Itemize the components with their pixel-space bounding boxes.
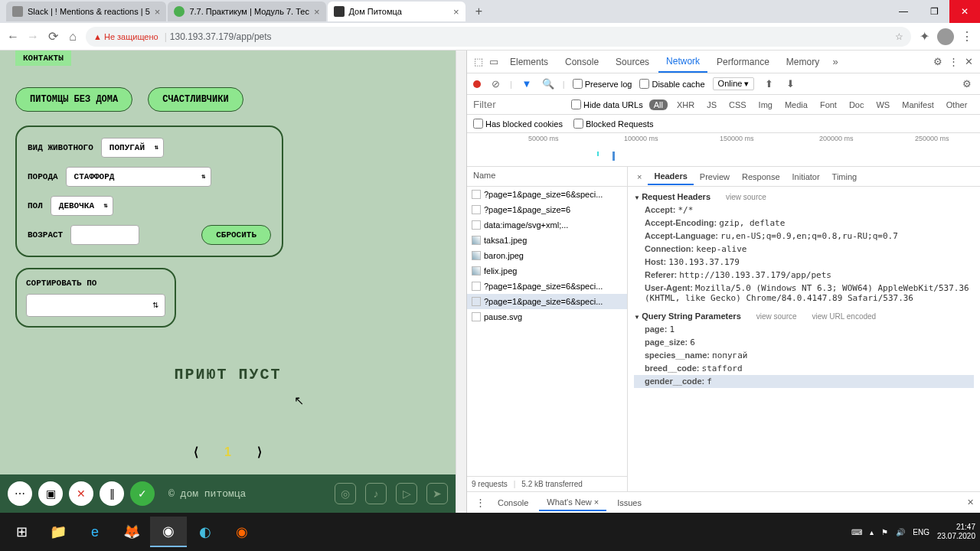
blocked-requests-checkbox[interactable]: Blocked Requests	[573, 119, 654, 129]
detail-tab-timing[interactable]: Timing	[826, 169, 864, 184]
firefox-icon[interactable]: 🦊	[113, 517, 150, 547]
gear-icon[interactable]: ⚙	[960, 78, 974, 90]
rec-pause-icon[interactable]: ‖	[100, 481, 124, 506]
hide-urls-checkbox[interactable]: Hide data URLs	[571, 99, 643, 109]
filter-input[interactable]	[473, 99, 565, 110]
back-button[interactable]: ←	[6, 30, 20, 44]
telegram-icon[interactable]: ➤	[426, 483, 448, 504]
request-row[interactable]: pause.svg	[467, 309, 627, 324]
search-icon[interactable]: 🔍	[541, 78, 555, 90]
detail-tab-response[interactable]: Response	[736, 169, 786, 184]
column-name[interactable]: Name	[467, 167, 627, 187]
tab-network[interactable]: Network	[658, 51, 707, 73]
keyboard-icon[interactable]: ⌨	[851, 528, 862, 536]
close-icon[interactable]: ×	[449, 6, 459, 18]
volume-icon[interactable]: 🔊	[896, 528, 905, 536]
filter-xhr[interactable]: XHR	[674, 99, 697, 110]
tab-memory[interactable]: Memory	[779, 52, 827, 72]
homeless-pets-button[interactable]: ПИТОМЦЫ БЕЗ ДОМА	[15, 87, 132, 112]
drawer-issues[interactable]: Issues	[609, 495, 649, 510]
explorer-icon[interactable]: 📁	[40, 517, 77, 547]
filter-doc[interactable]: Doc	[846, 99, 867, 110]
filter-manifest[interactable]: Manifest	[899, 99, 937, 110]
age-input[interactable]	[70, 225, 139, 245]
filter-ws[interactable]: WS	[873, 99, 893, 110]
system-tray[interactable]: ⌨ ▴ ⚑ 🔊 ENG 21:4723.07.2020	[851, 523, 975, 541]
upload-icon[interactable]: ⬆	[762, 78, 776, 90]
section-query-params[interactable]: Query String Parametersview sourceview U…	[634, 309, 974, 323]
tab-performance[interactable]: Performance	[709, 52, 777, 72]
close-detail-icon[interactable]: ×	[631, 172, 648, 181]
throttle-select[interactable]: Online ▾	[713, 77, 755, 90]
browser-tab[interactable]: Slack | ! Mentions & reactions | 5×	[6, 2, 166, 21]
rec-camera-icon[interactable]: ▣	[38, 481, 63, 506]
tray-up-icon[interactable]: ▴	[870, 528, 874, 536]
detail-tab-preview[interactable]: Preview	[694, 169, 736, 184]
extensions-icon[interactable]: ✦	[917, 30, 931, 44]
more-tabs-icon[interactable]: »	[828, 56, 842, 67]
filter-other[interactable]: Other	[943, 99, 971, 110]
filter-font[interactable]: Font	[817, 99, 840, 110]
tab-sources[interactable]: Sources	[608, 52, 657, 72]
profile-icon[interactable]	[937, 28, 954, 45]
disable-cache-checkbox[interactable]: Disable cache	[639, 79, 704, 89]
detail-tab-headers[interactable]: Headers	[648, 168, 693, 185]
filter-all[interactable]: All	[649, 99, 668, 110]
ie-icon[interactable]: e	[77, 517, 113, 547]
app-icon[interactable]: ◐	[187, 517, 224, 547]
chrome-icon[interactable]: ◉	[150, 517, 187, 547]
drawer-menu-icon[interactable]: ⋮	[473, 497, 487, 508]
close-icon[interactable]: ×	[150, 6, 161, 18]
request-row[interactable]: felix.jpeg	[467, 263, 627, 279]
tab-console[interactable]: Console	[557, 52, 606, 72]
drawer-close-icon[interactable]: ✕	[967, 497, 974, 507]
contacts-button[interactable]: КОНТАКТЫ	[15, 51, 71, 66]
clear-icon[interactable]: ⊘	[488, 78, 502, 90]
start-button[interactable]: ⊞	[3, 517, 40, 547]
filter-css[interactable]: CSS	[726, 99, 750, 110]
reset-button[interactable]: СБРОСИТЬ	[201, 225, 271, 245]
sort-select[interactable]	[26, 294, 165, 317]
postman-icon[interactable]: ◉	[224, 517, 260, 547]
request-row-selected[interactable]: ?page=1&page_size=6&speci...	[467, 294, 627, 309]
url-input[interactable]: ▲ Не защищено | 130.193.37.179/app/pets …	[86, 27, 911, 47]
download-icon[interactable]: ⬇	[783, 78, 797, 90]
menu-icon[interactable]: ⋮	[960, 30, 974, 44]
lang-indicator[interactable]: ENG	[913, 528, 929, 536]
device-icon[interactable]: ▭	[487, 56, 501, 67]
minimize-button[interactable]: —	[888, 0, 919, 23]
kebab-icon[interactable]: ⋮	[946, 56, 960, 67]
filter-js[interactable]: JS	[704, 99, 720, 110]
youtube-icon[interactable]: ▷	[396, 483, 417, 504]
browser-tab-active[interactable]: Дом Питомца×	[328, 2, 466, 21]
gender-select[interactable]: ДЕВОЧКА	[51, 196, 113, 216]
settings-icon[interactable]: ⚙	[931, 56, 945, 67]
forward-button[interactable]: →	[26, 30, 40, 44]
request-row[interactable]: ?page=1&page_size=6&speci...	[467, 279, 627, 294]
close-window-button[interactable]: ✕	[949, 0, 980, 23]
tab-elements[interactable]: Elements	[502, 52, 556, 72]
drawer-whatsnew[interactable]: What's New ×	[539, 494, 606, 511]
rec-more-icon[interactable]: ⋯	[8, 481, 32, 506]
request-row[interactable]: data:image/svg+xml;...	[467, 217, 627, 233]
browser-tab[interactable]: 7.7. Практикум | Модуль 7. Тес×	[168, 2, 325, 21]
filter-icon[interactable]: ▼	[520, 78, 534, 90]
tiktok-icon[interactable]: ♪	[365, 483, 387, 504]
detail-tab-initiator[interactable]: Initiator	[786, 169, 826, 184]
inspect-icon[interactable]: ⬚	[472, 56, 485, 67]
breed-select[interactable]: СТАФФОРД	[66, 167, 211, 187]
home-button[interactable]: ⌂	[66, 30, 80, 44]
page-scrollbar[interactable]	[456, 51, 466, 513]
close-icon[interactable]: ×	[309, 6, 320, 18]
filter-img[interactable]: Img	[756, 99, 776, 110]
clock[interactable]: 21:4723.07.2020	[937, 523, 975, 541]
drawer-console[interactable]: Console	[490, 495, 536, 510]
rec-cancel-icon[interactable]: ✕	[69, 481, 93, 506]
species-select[interactable]: ПОПУГАЙ	[101, 138, 164, 158]
lucky-pets-button[interactable]: СЧАСТЛИВЧИКИ	[148, 87, 243, 112]
new-tab-button[interactable]: +	[470, 2, 488, 21]
flag-icon[interactable]: ⚑	[881, 528, 888, 536]
pager-next[interactable]: ⟩	[257, 445, 262, 458]
section-request-headers[interactable]: Request Headersview source	[634, 190, 974, 204]
request-row[interactable]: baron.jpeg	[467, 248, 627, 263]
